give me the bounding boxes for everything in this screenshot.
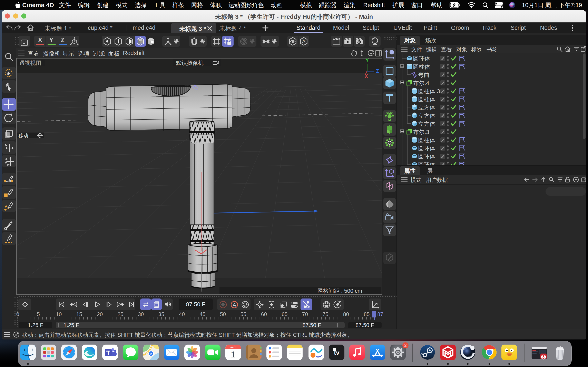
svg-text:85: 85 [364,311,370,317]
svg-text:80: 80 [343,311,349,317]
svg-text:透视视图: 透视视图 [19,60,41,66]
svg-text:10月: 10月 [230,345,236,348]
svg-text:75: 75 [323,311,329,317]
svg-text:55: 55 [241,311,246,317]
svg-text:70: 70 [302,311,308,317]
svg-text:X: X [365,73,368,79]
svg-text:网格间距 : 500 cm: 网格间距 : 500 cm [318,288,362,294]
svg-text:0: 0 [16,311,19,317]
svg-text:Y: Y [365,58,369,63]
svg-text:A: A [302,38,306,44]
svg-text:移动: 移动 [18,133,28,138]
svg-text:60: 60 [261,311,267,317]
svg-text:30: 30 [138,311,144,317]
svg-text:20: 20 [97,311,103,317]
svg-text:10: 10 [56,311,62,317]
svg-text:87: 87 [377,311,383,317]
svg-text:5: 5 [37,311,40,317]
svg-text:1: 1 [231,350,235,359]
svg-text:50: 50 [220,311,226,317]
svg-text:45: 45 [200,311,206,317]
svg-text:40: 40 [179,311,185,317]
svg-text:默认摄像机: 默认摄像机 [176,60,204,66]
svg-text:15: 15 [76,311,82,317]
svg-text:Z: Z [376,68,379,74]
svg-text:A: A [233,302,236,308]
svg-text:35: 35 [158,311,164,317]
svg-text:25: 25 [118,311,123,317]
svg-text:65: 65 [282,311,288,317]
